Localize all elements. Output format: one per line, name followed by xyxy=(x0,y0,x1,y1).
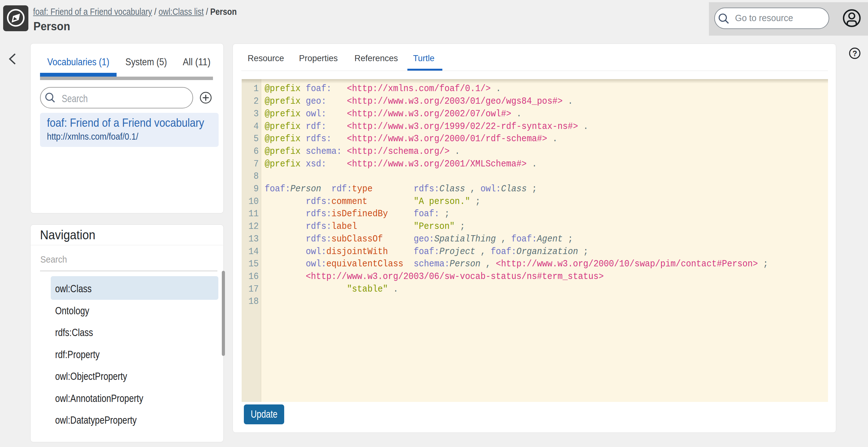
svg-text:?: ? xyxy=(852,49,857,58)
